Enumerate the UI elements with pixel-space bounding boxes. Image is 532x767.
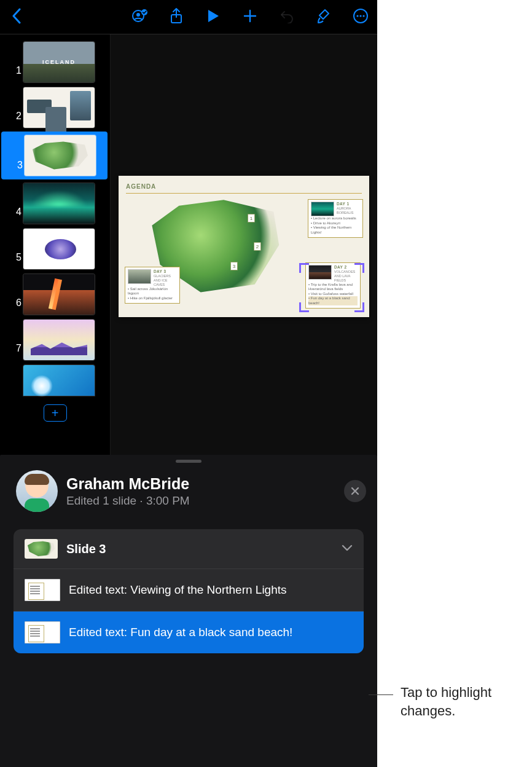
changes-panel: Slide 3 Edited text: Viewing of the Nort… [14, 529, 364, 653]
plus-icon: + [52, 406, 59, 420]
change-thumb [25, 579, 60, 601]
change-highlight [299, 263, 364, 312]
change-row-1[interactable]: Edited text: Viewing of the Northern Lig… [14, 569, 364, 612]
nav-slide-6[interactable]: 6 [0, 272, 110, 317]
add-icon[interactable] [241, 7, 259, 25]
thumb-2 [23, 87, 95, 128]
toolbar [0, 0, 377, 34]
format-brush-icon[interactable] [315, 7, 333, 25]
collaborate-icon[interactable] [130, 7, 149, 25]
user-name: Graham McBride [66, 475, 335, 493]
svg-point-7 [362, 15, 364, 17]
sheet-header: Graham McBride Edited 1 slide · 3:00 PM [0, 466, 377, 516]
nav-slide-8-partial[interactable] [0, 363, 110, 398]
back-icon[interactable] [7, 7, 26, 25]
share-icon[interactable] [167, 7, 186, 25]
more-icon[interactable] [351, 7, 370, 25]
change-thumb [25, 621, 60, 643]
nav-slide-7[interactable]: 7 [0, 317, 110, 363]
svg-point-5 [356, 15, 358, 17]
close-icon [350, 486, 360, 496]
svg-point-1 [136, 13, 140, 17]
thumb-4 [23, 183, 95, 224]
nav-slide-5[interactable]: 5 [0, 226, 110, 272]
day1-card[interactable]: DAY 1 AURORA BOREALIS • Lecture on auror… [308, 199, 363, 238]
map-pin-3: 3 [230, 262, 238, 270]
day3-card[interactable]: DAY 3 GLACIERS AND ICE CAVES • Sail acro… [125, 267, 180, 304]
change-row-2[interactable]: Edited text: Fun day at a black sand bea… [14, 612, 364, 653]
add-slide-button[interactable]: + [44, 404, 67, 422]
changes-section-header[interactable]: Slide 3 [14, 529, 364, 569]
chevron-down-icon [342, 543, 353, 554]
close-button[interactable] [344, 480, 366, 502]
slide-canvas[interactable]: AGENDA 1 2 3 DAY 1 AURORA BOREALIS • Lec… [111, 34, 377, 455]
avatar [16, 470, 58, 512]
svg-point-6 [359, 15, 361, 17]
nav-slide-2[interactable]: 2 [0, 85, 110, 130]
thumb-8 [23, 365, 95, 396]
thumb-3 [25, 135, 96, 176]
change-text: Edited text: Viewing of the Northern Lig… [69, 582, 287, 598]
section-title: Slide 3 [66, 542, 333, 556]
sheet-grabber[interactable] [176, 460, 201, 463]
nav-slide-3[interactable]: 3 [1, 132, 108, 179]
slide-navigator[interactable]: 1ICELAND 2 3 4 5 6 7 + [0, 34, 111, 455]
slide-title: AGENDA [126, 183, 156, 190]
map-pin-1: 1 [248, 214, 255, 222]
day3-image [128, 269, 151, 284]
map-pin-2: 2 [254, 242, 261, 251]
user-subtext: Edited 1 slide · 3:00 PM [66, 494, 335, 508]
nav-slide-4[interactable]: 4 [0, 181, 110, 226]
thumb-1: ICELAND [23, 42, 95, 82]
change-text: Edited text: Fun day at a black sand bea… [69, 624, 292, 640]
thumb-6 [23, 274, 95, 315]
thumb-5 [23, 229, 95, 269]
activity-sheet[interactable]: Graham McBride Edited 1 slide · 3:00 PM … [0, 455, 377, 767]
callout-text: Tap to highlight changes. [401, 683, 530, 720]
day1-image [311, 202, 334, 216]
nav-slide-1[interactable]: 1ICELAND [0, 39, 110, 85]
callout-leader [369, 694, 393, 695]
app-frame: 1ICELAND 2 3 4 5 6 7 + AGENDA 1 2 3 [0, 0, 377, 767]
workspace: 1ICELAND 2 3 4 5 6 7 + AGENDA 1 2 3 [0, 34, 377, 455]
section-thumb [25, 539, 58, 559]
undo-icon [278, 7, 296, 25]
play-icon[interactable] [204, 7, 222, 25]
slide[interactable]: AGENDA 1 2 3 DAY 1 AURORA BOREALIS • Lec… [119, 176, 369, 317]
thumb-7 [23, 320, 95, 360]
